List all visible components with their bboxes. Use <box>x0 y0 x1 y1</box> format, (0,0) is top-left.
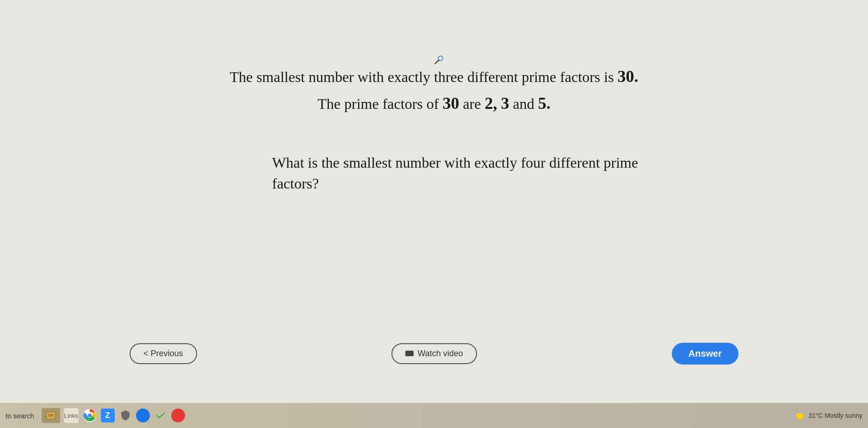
watch-video-label: Watch video <box>417 349 463 359</box>
taskbar-security-icon[interactable] <box>118 409 132 422</box>
fact-text-block: The smallest number with exactly three d… <box>229 65 638 115</box>
previous-button[interactable]: < Previous <box>130 343 197 364</box>
z-label: Z <box>105 411 110 420</box>
taskbar-right-section: 31°C Mostly sunny <box>795 411 862 420</box>
watch-video-button[interactable]: Watch video <box>391 343 477 364</box>
weather-cloud-icon <box>795 411 805 420</box>
taskbar-chrome-icon[interactable] <box>82 408 97 423</box>
chrome-logo-icon <box>83 409 97 422</box>
answer-button[interactable]: Answer <box>672 343 738 365</box>
scroll-icon <box>45 411 56 420</box>
taskbar-blue-app-icon[interactable] <box>136 409 150 422</box>
play-rect-icon <box>405 351 414 356</box>
fact-line1: The smallest number with exactly three d… <box>229 65 638 88</box>
shield-icon <box>119 409 131 422</box>
svg-point-0 <box>438 56 443 61</box>
taskbar-scroll-icon[interactable] <box>42 408 60 423</box>
weather-text: 31°C Mostly sunny <box>808 412 862 419</box>
bottom-navigation: < Previous Watch video Answer <box>0 341 868 366</box>
svg-point-11 <box>797 415 803 419</box>
taskbar-links-icon[interactable]: Links <box>64 408 79 423</box>
svg-rect-2 <box>46 412 56 419</box>
taskbar-z-app-icon[interactable]: Z <box>101 409 115 422</box>
taskbar-search-label: to search <box>6 412 34 420</box>
svg-line-1 <box>435 60 439 64</box>
question-block: What is the smallest number with exactly… <box>180 152 688 194</box>
fact-line2: The prime factors of 30 are 2, 3 and 5. <box>229 92 638 115</box>
svg-point-7 <box>88 414 92 417</box>
video-icon <box>405 351 414 356</box>
taskbar: to search Links Z <box>0 403 868 428</box>
taskbar-check-app-icon[interactable] <box>154 409 167 422</box>
links-label: Links <box>64 412 78 419</box>
taskbar-red-app-icon[interactable] <box>171 409 185 422</box>
main-content: The smallest number with exactly three d… <box>0 0 868 403</box>
checkmark-icon <box>155 410 166 421</box>
question-text: What is the smallest number with exactly… <box>272 152 688 194</box>
